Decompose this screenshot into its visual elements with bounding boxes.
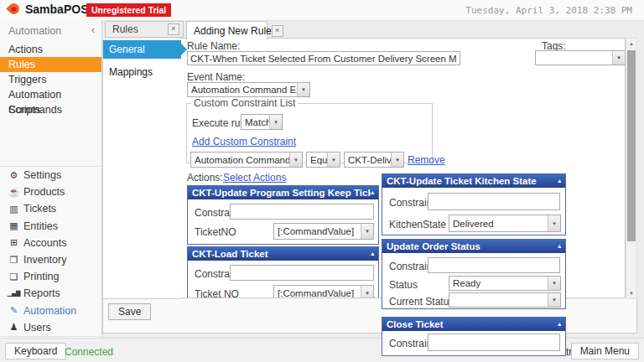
sidebar-item-printing[interactable]: ❏Printing	[0, 268, 101, 285]
scrollbar-thumb[interactable]	[627, 50, 636, 241]
sidebar-item-rules[interactable]: Rules	[0, 57, 101, 72]
remove-constraint-link[interactable]: Remove	[408, 154, 445, 166]
action-panel: CKT-Load Ticket ▴ Constraint: Ticket NO …	[187, 246, 379, 298]
sidebar-item-settings[interactable]: ⚙Settings	[0, 167, 101, 184]
ticket-no-combobox[interactable]: [:CommandValue] ▾	[273, 285, 374, 298]
constraint-field-combobox[interactable]: Automation Command Name ▾	[190, 152, 303, 168]
event-name-combobox[interactable]: Automation Command Executed ▾	[187, 82, 310, 97]
chevron-down-icon: ▾	[297, 83, 309, 96]
chevron-down-icon: ▾	[289, 153, 302, 167]
ticketno-combobox[interactable]: [:CommandValue] ▾	[273, 223, 374, 240]
action-panel-header[interactable]: CKT-Update Ticket Kitchen State ▴	[382, 174, 565, 188]
rule-name-label: Rule Name:	[187, 40, 240, 52]
app-title: SambaPOS	[25, 3, 88, 16]
collapse-up-icon: ▴	[371, 251, 374, 257]
collapse-up-icon: ▴	[371, 189, 374, 196]
chevron-down-icon: ▾	[327, 153, 340, 167]
groupbox-legend: Custom Constraint List	[191, 97, 298, 109]
page-icon: ❏	[7, 272, 21, 282]
action-panel: Close Ticket ▴ Constraint:	[382, 317, 566, 356]
action-panel: Update Order Status ▴ Constraint: Status…	[382, 239, 566, 309]
vertical-scrollbar[interactable]: ▴ ▾	[626, 38, 637, 299]
subnav-item-general-settings[interactable]: General Settings	[103, 40, 181, 59]
event-name-label: Event Name:	[187, 71, 245, 83]
constraint-value-combobox[interactable]: CKT-Delivered ▾	[344, 152, 404, 168]
chevron-down-icon: ▾	[361, 286, 373, 298]
action-panel-header[interactable]: CKT-Load Ticket ▴	[188, 247, 378, 261]
kitchenstate-combobox[interactable]: Delivered ▾	[449, 215, 561, 232]
connection-status: Connected	[65, 346, 113, 358]
sidebar-section-title: Automation	[8, 25, 61, 37]
custom-constraint-groupbox: Custom Constraint List Execute rule if M…	[186, 97, 433, 163]
action-panel: CKT-Update Ticket Kitchen State ▴ Constr…	[382, 173, 566, 235]
constraint-input[interactable]	[428, 257, 560, 273]
keyboard-button[interactable]: Keyboard	[5, 343, 66, 359]
action-panel: CKT-Update Program Setting Keep Ticket N…	[187, 185, 379, 245]
datetime-display: Tuesday, April 3, 2018 2:38 PM	[465, 5, 632, 16]
unregistered-trial-badge: Unregistered Trial	[86, 3, 171, 17]
sidebar-item-actions[interactable]: Actions	[0, 42, 101, 57]
chevron-down-icon: ▾	[361, 224, 373, 239]
add-custom-constraint-link[interactable]: Add Custom Constraint	[192, 136, 296, 147]
collapse-up-icon: ▴	[558, 243, 561, 250]
constraint-input[interactable]	[230, 204, 374, 220]
scroll-down-icon[interactable]: ▾	[626, 288, 636, 298]
cup-icon: ☕	[7, 187, 21, 198]
chevron-down-icon: ▾	[269, 115, 282, 129]
grid-icon: ▦	[7, 220, 21, 231]
sidebar-item-users[interactable]: ♟Users	[0, 319, 101, 336]
sidebar-item-accounts[interactable]: ⊞Accounts	[0, 235, 101, 251]
chevron-down-icon: ▾	[548, 215, 560, 231]
main-menu-button[interactable]: Main Menu	[571, 343, 639, 359]
bar-chart-icon: ▁▄▇	[7, 290, 21, 297]
sidebar-item-triggers[interactable]: Triggers	[0, 72, 101, 87]
action-panel-header[interactable]: CKT-Update Program Setting Keep Ticket N…	[188, 186, 378, 199]
subnav-item-mappings[interactable]: Mappings	[103, 64, 181, 80]
tab-adding-new-rule[interactable]: Adding New Rule ×	[186, 21, 267, 39]
sidebar-nav-group: ⚙Settings ☕Products ▥Tickets ▦Entities ⊞…	[0, 166, 101, 337]
app-window: SambaPOS Unregistered Trial Tuesday, Apr…	[0, 0, 644, 362]
constraint-operator-combobox[interactable]: Equals ▾	[306, 152, 340, 168]
constraint-input[interactable]	[428, 334, 560, 351]
rule-subnav: General Settings Mappings	[102, 39, 181, 299]
constraint-input[interactable]	[230, 265, 374, 281]
save-button[interactable]: Save	[108, 303, 151, 320]
tags-combobox[interactable]: ▾	[535, 50, 626, 65]
chevron-down-icon: ▾	[548, 277, 560, 290]
constraint-input[interactable]	[428, 193, 560, 210]
sidebar-item-scripts[interactable]: Scripts	[0, 102, 101, 117]
action-panel-header[interactable]: Close Ticket ▴	[382, 318, 565, 331]
current-status-combobox[interactable]: ▾	[449, 292, 561, 308]
chevron-down-icon: ▾	[548, 293, 560, 307]
collapse-up-icon: ▴	[558, 321, 561, 328]
sidebar-item-automation[interactable]: ✎Automation	[0, 303, 101, 319]
chevron-down-icon: ▾	[612, 51, 625, 65]
select-actions-link[interactable]: Select Actions	[223, 172, 286, 184]
sidebar-item-tickets[interactable]: ▥Tickets	[0, 200, 101, 217]
sidebar-section-header[interactable]: Automation ‹	[0, 23, 101, 39]
top-bar: SambaPOS Unregistered Trial Tuesday, Apr…	[0, 0, 644, 21]
sambapos-flame-logo-icon	[6, 1, 21, 16]
close-icon[interactable]: ×	[272, 25, 283, 37]
actions-label: Actions:	[187, 172, 223, 184]
match-mode-combobox[interactable]: Matches ▾	[241, 114, 283, 130]
tab-rules[interactable]: Rules ×	[105, 21, 184, 38]
scroll-up-icon[interactable]: ▴	[626, 39, 636, 49]
sidebar-item-reports[interactable]: ▁▄▇Reports	[0, 285, 101, 302]
chevron-collapse-icon[interactable]: ‹	[91, 24, 95, 36]
chevron-down-icon: ▾	[391, 153, 403, 167]
pen-icon: ✎	[7, 305, 21, 316]
rule-name-input[interactable]	[187, 51, 460, 65]
sidebar: Automation ‹ Actions Rules Triggers Auto…	[0, 20, 102, 338]
action-panel-header[interactable]: Update Order Status ▴	[382, 240, 565, 253]
user-icon: ♟	[7, 322, 21, 333]
gear-icon: ⚙	[7, 170, 21, 181]
folders-icon: ❐	[7, 255, 21, 266]
sidebar-item-inventory[interactable]: ❐Inventory	[0, 251, 101, 268]
tickets-icon: ▥	[7, 204, 21, 215]
close-icon[interactable]: ×	[168, 23, 179, 35]
status-combobox[interactable]: Ready ▾	[449, 276, 561, 291]
sidebar-item-entities[interactable]: ▦Entities	[0, 218, 101, 235]
sidebar-item-products[interactable]: ☕Products	[0, 184, 101, 200]
sidebar-item-automation-commands[interactable]: Automation Commands	[0, 87, 101, 102]
